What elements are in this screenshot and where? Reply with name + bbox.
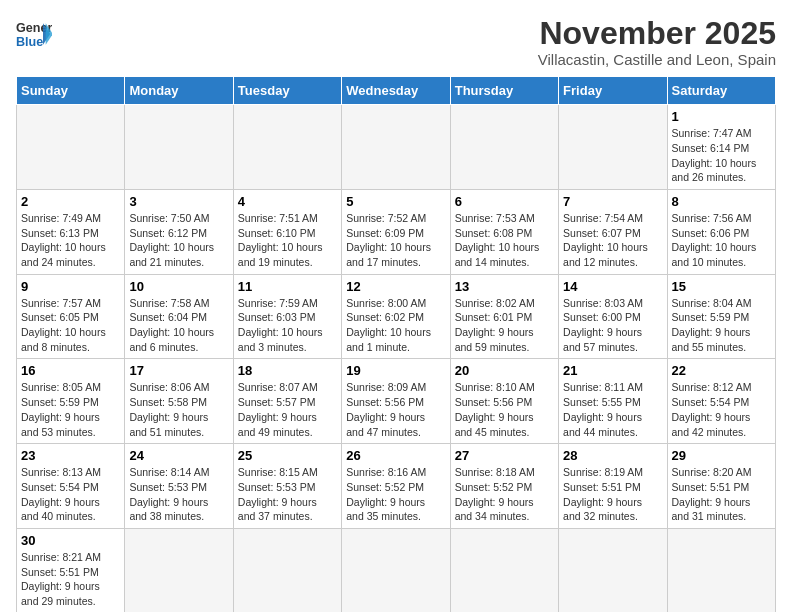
calendar-cell: 27Sunrise: 8:18 AMSunset: 5:52 PMDayligh… — [450, 444, 558, 529]
calendar-cell: 8Sunrise: 7:56 AMSunset: 6:06 PMDaylight… — [667, 189, 775, 274]
weekday-header-saturday: Saturday — [667, 77, 775, 105]
calendar-cell — [342, 528, 450, 612]
day-number: 7 — [563, 194, 662, 209]
calendar-cell — [667, 528, 775, 612]
day-number: 12 — [346, 279, 445, 294]
day-number: 9 — [21, 279, 120, 294]
calendar-cell — [559, 528, 667, 612]
day-number: 8 — [672, 194, 771, 209]
calendar-cell: 9Sunrise: 7:57 AMSunset: 6:05 PMDaylight… — [17, 274, 125, 359]
calendar-cell: 14Sunrise: 8:03 AMSunset: 6:00 PMDayligh… — [559, 274, 667, 359]
day-number: 30 — [21, 533, 120, 548]
day-info: Sunrise: 7:59 AMSunset: 6:03 PMDaylight:… — [238, 296, 337, 355]
day-info: Sunrise: 7:51 AMSunset: 6:10 PMDaylight:… — [238, 211, 337, 270]
calendar-cell: 25Sunrise: 8:15 AMSunset: 5:53 PMDayligh… — [233, 444, 341, 529]
day-number: 19 — [346, 363, 445, 378]
day-number: 15 — [672, 279, 771, 294]
calendar-cell — [450, 105, 558, 190]
calendar-cell: 12Sunrise: 8:00 AMSunset: 6:02 PMDayligh… — [342, 274, 450, 359]
calendar-cell: 18Sunrise: 8:07 AMSunset: 5:57 PMDayligh… — [233, 359, 341, 444]
calendar-cell: 7Sunrise: 7:54 AMSunset: 6:07 PMDaylight… — [559, 189, 667, 274]
day-info: Sunrise: 7:53 AMSunset: 6:08 PMDaylight:… — [455, 211, 554, 270]
day-info: Sunrise: 8:05 AMSunset: 5:59 PMDaylight:… — [21, 380, 120, 439]
day-number: 2 — [21, 194, 120, 209]
logo-icon: General Blue — [16, 16, 52, 52]
calendar-cell — [233, 528, 341, 612]
day-number: 14 — [563, 279, 662, 294]
calendar-week-2: 2Sunrise: 7:49 AMSunset: 6:13 PMDaylight… — [17, 189, 776, 274]
day-number: 5 — [346, 194, 445, 209]
day-info: Sunrise: 7:58 AMSunset: 6:04 PMDaylight:… — [129, 296, 228, 355]
day-info: Sunrise: 8:18 AMSunset: 5:52 PMDaylight:… — [455, 465, 554, 524]
calendar-week-3: 9Sunrise: 7:57 AMSunset: 6:05 PMDaylight… — [17, 274, 776, 359]
day-info: Sunrise: 8:11 AMSunset: 5:55 PMDaylight:… — [563, 380, 662, 439]
day-number: 20 — [455, 363, 554, 378]
weekday-header-wednesday: Wednesday — [342, 77, 450, 105]
day-info: Sunrise: 8:06 AMSunset: 5:58 PMDaylight:… — [129, 380, 228, 439]
calendar-cell: 17Sunrise: 8:06 AMSunset: 5:58 PMDayligh… — [125, 359, 233, 444]
day-info: Sunrise: 8:12 AMSunset: 5:54 PMDaylight:… — [672, 380, 771, 439]
calendar-cell: 16Sunrise: 8:05 AMSunset: 5:59 PMDayligh… — [17, 359, 125, 444]
calendar-cell: 2Sunrise: 7:49 AMSunset: 6:13 PMDaylight… — [17, 189, 125, 274]
calendar-cell: 20Sunrise: 8:10 AMSunset: 5:56 PMDayligh… — [450, 359, 558, 444]
day-number: 11 — [238, 279, 337, 294]
calendar-cell — [125, 528, 233, 612]
day-info: Sunrise: 8:20 AMSunset: 5:51 PMDaylight:… — [672, 465, 771, 524]
calendar-header: General Blue November 2025 Villacastin, … — [16, 16, 776, 68]
weekday-header-thursday: Thursday — [450, 77, 558, 105]
calendar-week-6: 30Sunrise: 8:21 AMSunset: 5:51 PMDayligh… — [17, 528, 776, 612]
day-number: 18 — [238, 363, 337, 378]
calendar-cell — [17, 105, 125, 190]
calendar-cell: 21Sunrise: 8:11 AMSunset: 5:55 PMDayligh… — [559, 359, 667, 444]
calendar-cell: 30Sunrise: 8:21 AMSunset: 5:51 PMDayligh… — [17, 528, 125, 612]
day-info: Sunrise: 8:14 AMSunset: 5:53 PMDaylight:… — [129, 465, 228, 524]
calendar-cell: 29Sunrise: 8:20 AMSunset: 5:51 PMDayligh… — [667, 444, 775, 529]
day-info: Sunrise: 7:52 AMSunset: 6:09 PMDaylight:… — [346, 211, 445, 270]
calendar-cell: 26Sunrise: 8:16 AMSunset: 5:52 PMDayligh… — [342, 444, 450, 529]
calendar-week-5: 23Sunrise: 8:13 AMSunset: 5:54 PMDayligh… — [17, 444, 776, 529]
day-info: Sunrise: 7:50 AMSunset: 6:12 PMDaylight:… — [129, 211, 228, 270]
weekday-header-monday: Monday — [125, 77, 233, 105]
day-info: Sunrise: 7:57 AMSunset: 6:05 PMDaylight:… — [21, 296, 120, 355]
calendar-cell — [342, 105, 450, 190]
day-number: 1 — [672, 109, 771, 124]
day-number: 22 — [672, 363, 771, 378]
day-info: Sunrise: 7:49 AMSunset: 6:13 PMDaylight:… — [21, 211, 120, 270]
day-info: Sunrise: 8:00 AMSunset: 6:02 PMDaylight:… — [346, 296, 445, 355]
day-number: 4 — [238, 194, 337, 209]
calendar-cell — [559, 105, 667, 190]
day-info: Sunrise: 8:07 AMSunset: 5:57 PMDaylight:… — [238, 380, 337, 439]
weekday-header-row: SundayMondayTuesdayWednesdayThursdayFrid… — [17, 77, 776, 105]
calendar-cell — [450, 528, 558, 612]
day-number: 24 — [129, 448, 228, 463]
day-number: 29 — [672, 448, 771, 463]
day-info: Sunrise: 8:15 AMSunset: 5:53 PMDaylight:… — [238, 465, 337, 524]
day-info: Sunrise: 7:47 AMSunset: 6:14 PMDaylight:… — [672, 126, 771, 185]
day-info: Sunrise: 8:16 AMSunset: 5:52 PMDaylight:… — [346, 465, 445, 524]
title-section: November 2025 Villacastin, Castille and … — [538, 16, 776, 68]
day-number: 10 — [129, 279, 228, 294]
weekday-header-tuesday: Tuesday — [233, 77, 341, 105]
calendar-cell: 10Sunrise: 7:58 AMSunset: 6:04 PMDayligh… — [125, 274, 233, 359]
day-number: 3 — [129, 194, 228, 209]
day-number: 6 — [455, 194, 554, 209]
day-info: Sunrise: 8:10 AMSunset: 5:56 PMDaylight:… — [455, 380, 554, 439]
calendar-cell: 28Sunrise: 8:19 AMSunset: 5:51 PMDayligh… — [559, 444, 667, 529]
logo: General Blue — [16, 16, 52, 52]
day-info: Sunrise: 7:56 AMSunset: 6:06 PMDaylight:… — [672, 211, 771, 270]
day-number: 25 — [238, 448, 337, 463]
day-number: 26 — [346, 448, 445, 463]
day-info: Sunrise: 7:54 AMSunset: 6:07 PMDaylight:… — [563, 211, 662, 270]
calendar-cell — [233, 105, 341, 190]
calendar-cell: 23Sunrise: 8:13 AMSunset: 5:54 PMDayligh… — [17, 444, 125, 529]
day-info: Sunrise: 8:02 AMSunset: 6:01 PMDaylight:… — [455, 296, 554, 355]
calendar-subtitle: Villacastin, Castille and Leon, Spain — [538, 51, 776, 68]
calendar-body: 1Sunrise: 7:47 AMSunset: 6:14 PMDaylight… — [17, 105, 776, 612]
calendar-cell: 13Sunrise: 8:02 AMSunset: 6:01 PMDayligh… — [450, 274, 558, 359]
calendar-cell: 19Sunrise: 8:09 AMSunset: 5:56 PMDayligh… — [342, 359, 450, 444]
calendar-cell: 5Sunrise: 7:52 AMSunset: 6:09 PMDaylight… — [342, 189, 450, 274]
weekday-header-friday: Friday — [559, 77, 667, 105]
calendar-cell: 4Sunrise: 7:51 AMSunset: 6:10 PMDaylight… — [233, 189, 341, 274]
weekday-header-sunday: Sunday — [17, 77, 125, 105]
day-number: 13 — [455, 279, 554, 294]
